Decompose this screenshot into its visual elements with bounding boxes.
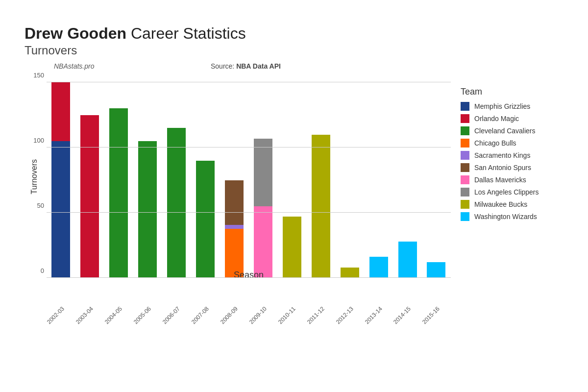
legend-label: Milwaukee Bucks: [474, 200, 527, 208]
y-tick-label: 0: [41, 267, 44, 274]
legend-swatch: [461, 139, 469, 147]
legend-item: Sacramento Kings: [461, 151, 568, 160]
bar-segment: [283, 217, 301, 278]
x-tick-label: 2014-15: [392, 305, 412, 325]
x-tick-label: 2011-12: [306, 305, 326, 325]
chart-container: Drew Gooden Career Statistics Turnovers …: [10, 10, 578, 382]
plot-area: NBAstats.pro Source: NBA Data API Turnov…: [24, 62, 451, 317]
legend-label: Washington Wizards: [474, 213, 537, 220]
bar-group: 2011-12: [306, 76, 335, 278]
bar-group: 2005-06: [133, 76, 162, 278]
subtitle: Turnovers: [24, 44, 568, 57]
grid-line: [47, 147, 451, 147]
bar-stack: [254, 139, 272, 278]
legend-item: Memphis Grizzlies: [461, 102, 568, 111]
legend-item: Orlando Magic: [461, 114, 568, 123]
bar-segment: [51, 82, 70, 141]
legend-swatch: [461, 126, 469, 135]
legend-label: Sacramento Kings: [474, 151, 530, 159]
bar-segment: [254, 139, 272, 206]
legend-items: Memphis Grizzlies Orlando Magic Clevelan…: [461, 102, 568, 221]
bar-stack: [283, 217, 301, 278]
x-tick-label: 2015-16: [421, 305, 441, 325]
bar-stack: [80, 115, 99, 278]
bar-group: 2003-04: [75, 76, 104, 278]
bar-stack: [312, 135, 330, 278]
source-prefix: Source:: [211, 62, 236, 70]
bar-segment: [225, 180, 244, 225]
title-bold: Drew Gooden: [24, 24, 126, 42]
bar-group: 2008-09: [220, 76, 249, 278]
x-tick-label: 2012-13: [335, 305, 355, 325]
bar-segment: [225, 225, 244, 229]
legend-swatch: [461, 151, 469, 160]
x-axis-label: Season: [47, 270, 451, 280]
y-tick-label: 100: [33, 137, 44, 144]
bar-stack: [51, 82, 70, 278]
bar-stack: [167, 128, 186, 278]
title-regular: Career Statistics: [126, 24, 246, 42]
bar-group: 2010-11: [277, 76, 306, 278]
legend-swatch: [461, 188, 469, 196]
grid-line: [47, 277, 451, 278]
legend-item: Washington Wizards: [461, 212, 568, 221]
chart-area: NBAstats.pro Source: NBA Data API Turnov…: [24, 62, 568, 317]
x-tick-label: 2003-04: [74, 305, 95, 325]
bar-stack: [109, 108, 128, 278]
legend: Team Memphis Grizzlies Orlando Magic Cle…: [451, 62, 568, 317]
bar-group: 2004-05: [104, 76, 133, 278]
legend-title: Team: [461, 87, 568, 97]
legend-item: Cleveland Cavaliers: [461, 126, 568, 135]
y-axis-label: Turnovers: [30, 159, 39, 194]
y-tick-label: 50: [37, 202, 44, 209]
bar-stack: [225, 180, 244, 278]
grid-line: [47, 212, 451, 213]
legend-label: San Antonio Spurs: [474, 164, 531, 172]
legend-label: Orlando Magic: [474, 115, 519, 122]
legend-label: Los Angeles Clippers: [474, 188, 539, 196]
bar-segment: [109, 108, 128, 278]
x-tick-label: 2009-10: [248, 305, 268, 325]
bar-group: 2006-07: [162, 76, 191, 278]
source-bold: NBA Data API: [236, 62, 281, 70]
legend-item: Milwaukee Bucks: [461, 200, 568, 209]
bar-segment: [80, 115, 99, 278]
legend-label: Memphis Grizzlies: [474, 102, 530, 110]
legend-item: San Antonio Spurs: [461, 163, 568, 172]
legend-item: Dallas Mavericks: [461, 175, 568, 184]
legend-swatch: [461, 175, 469, 184]
x-tick-label: 2006-07: [161, 305, 181, 325]
bar-group: 2013-14: [364, 76, 393, 278]
grid-line: [47, 82, 451, 82]
x-tick-label: 2004-05: [103, 305, 123, 325]
bar-group: 2015-16: [422, 76, 451, 278]
source-label: Source: NBA Data API: [211, 62, 281, 70]
bar-stack: [138, 141, 157, 278]
bar-group: 2002-03: [47, 76, 75, 278]
legend-label: Chicago Bulls: [474, 139, 516, 147]
x-tick-label: 2002-03: [46, 305, 66, 325]
bar-group: 2014-15: [393, 76, 422, 278]
bar-segment: [167, 128, 186, 278]
main-title: Drew Gooden Career Statistics: [24, 24, 568, 43]
bar-stack: [196, 161, 215, 278]
y-tick-label: 150: [33, 72, 44, 79]
bars-row: 2002-032003-042004-052005-062006-072007-…: [47, 76, 451, 278]
legend-swatch: [461, 102, 469, 111]
x-tick-label: 2013-14: [363, 305, 383, 325]
bar-segment: [254, 206, 272, 278]
bar-group: 2009-10: [248, 76, 277, 278]
legend-swatch: [461, 212, 469, 221]
y-axis-label-container: Turnovers: [24, 76, 44, 278]
legend-item: Chicago Bulls: [461, 139, 568, 147]
title-block: Drew Gooden Career Statistics Turnovers: [24, 24, 568, 57]
legend-swatch: [461, 163, 469, 172]
watermark: NBAstats.pro: [54, 62, 94, 70]
bar-segment: [138, 141, 157, 278]
bar-segment: [51, 141, 70, 278]
legend-label: Cleveland Cavaliers: [474, 127, 536, 135]
legend-label: Dallas Mavericks: [474, 176, 526, 184]
bar-group: 2007-08: [191, 76, 220, 278]
legend-swatch: [461, 114, 469, 123]
bar-segment: [312, 135, 330, 278]
